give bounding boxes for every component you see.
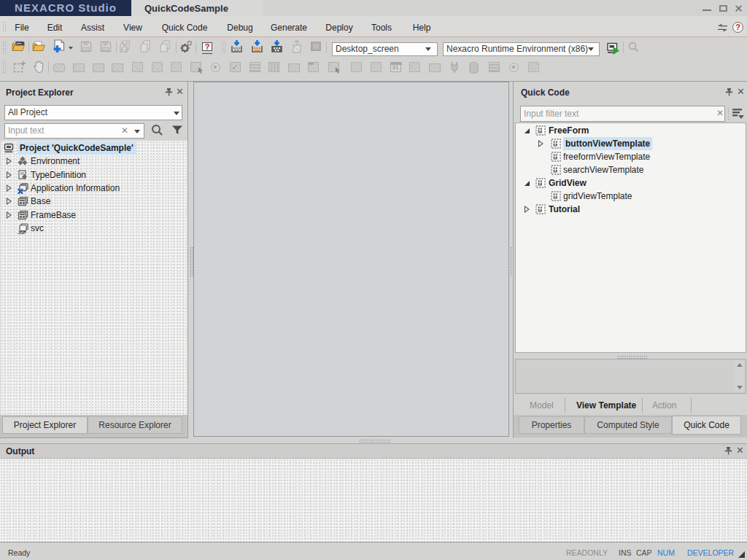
svg-text:JSP: JSP	[18, 230, 26, 235]
